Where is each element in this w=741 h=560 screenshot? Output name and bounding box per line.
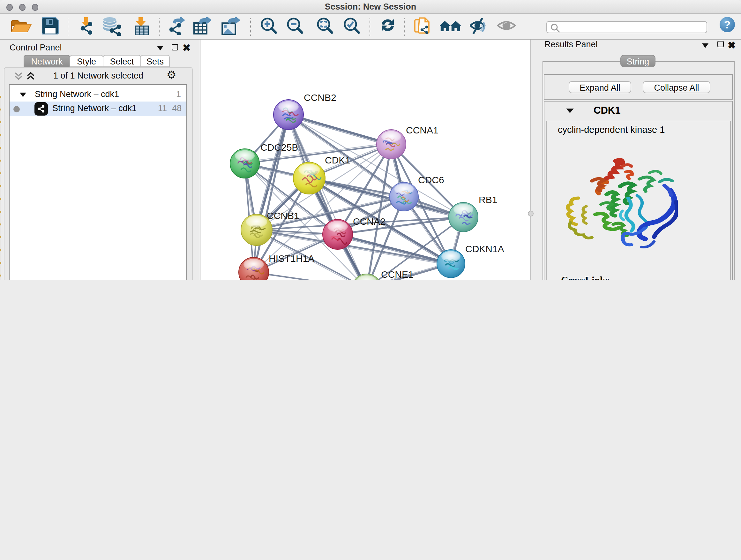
svg-text:?: ? [724, 18, 731, 30]
svg-text:CCNE1: CCNE1 [381, 269, 414, 279]
svg-text:CCNA2: CCNA2 [353, 216, 386, 226]
svg-text:CDC6: CDC6 [418, 174, 444, 185]
svg-text:RB1: RB1 [479, 194, 497, 205]
svg-text:CDC25B: CDC25B [260, 142, 298, 152]
svg-text:CCNA1: CCNA1 [406, 125, 439, 135]
svg-text:HIST1H1A: HIST1H1A [269, 253, 314, 263]
svg-text:CDK1: CDK1 [325, 154, 350, 165]
svg-text:CCNB1: CCNB1 [267, 210, 299, 221]
svg-text:CDKN1A: CDKN1A [465, 243, 504, 254]
svg-text:CCNB2: CCNB2 [304, 92, 336, 103]
